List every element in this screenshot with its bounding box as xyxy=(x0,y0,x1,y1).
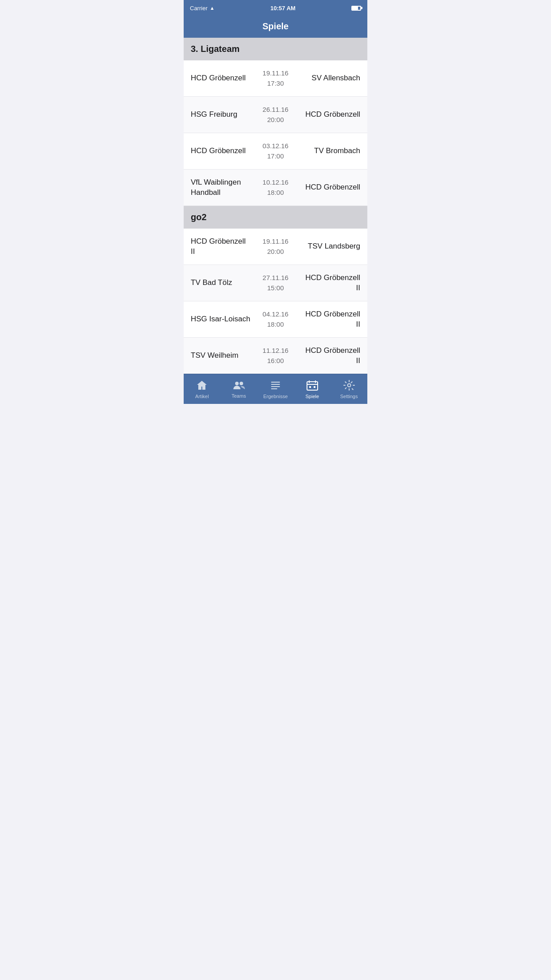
team-away: TSV Landsberg xyxy=(300,241,360,251)
tab-spiele-label: Spiele xyxy=(306,394,319,399)
status-bar-time: 10:57 AM xyxy=(271,5,296,12)
svg-rect-8 xyxy=(315,380,316,383)
team-home: HSG Freiburg xyxy=(191,110,251,119)
game-datetime: 03.12.1617:00 xyxy=(251,141,300,161)
team-away: HCD Gröbenzell xyxy=(300,182,360,192)
svg-rect-3 xyxy=(271,384,280,385)
status-bar: Carrier ▲ 10:57 AM xyxy=(184,0,367,16)
wifi-icon: ▲ xyxy=(210,5,215,11)
tab-bar: Artikel Teams Ergebnisse Spiele Settings xyxy=(184,374,367,404)
tab-artikel-label: Artikel xyxy=(195,394,209,399)
status-bar-left: Carrier ▲ xyxy=(190,5,215,12)
page-title: Spiele xyxy=(191,21,360,32)
team-away: TV Brombach xyxy=(300,146,360,156)
svg-rect-10 xyxy=(309,386,311,388)
svg-point-0 xyxy=(235,382,239,385)
svg-rect-2 xyxy=(271,382,280,383)
game-row[interactable]: HSG Isar-Loisach04.12.1618:00HCD Gröbenz… xyxy=(184,301,367,338)
svg-rect-6 xyxy=(307,382,318,390)
home-icon xyxy=(196,380,208,392)
team-away: HCD Gröbenzell II xyxy=(300,273,360,292)
game-row[interactable]: HCD Gröbenzell03.12.1617:00TV Brombach xyxy=(184,133,367,170)
game-row[interactable]: VfL Waiblingen Handball10.12.1618:00HCD … xyxy=(184,170,367,206)
game-row[interactable]: TV Bad Tölz27.11.1615:00HCD Gröbenzell I… xyxy=(184,265,367,301)
tab-ergebnisse[interactable]: Ergebnisse xyxy=(257,376,294,400)
status-bar-right xyxy=(351,6,361,11)
team-home: VfL Waiblingen Handball xyxy=(191,178,251,197)
svg-point-1 xyxy=(240,382,243,385)
tab-settings[interactable]: Settings xyxy=(331,376,367,400)
calendar-icon xyxy=(307,380,318,392)
tab-teams[interactable]: Teams xyxy=(220,377,257,399)
nav-header: Spiele xyxy=(184,16,367,38)
team-away: SV Allensbach xyxy=(300,73,360,83)
game-row[interactable]: HCD Gröbenzell19.11.1617:30SV Allensbach xyxy=(184,60,367,97)
team-away: HCD Gröbenzell xyxy=(300,110,360,119)
content-area: 3. LigateamHCD Gröbenzell19.11.1617:30SV… xyxy=(184,38,367,374)
battery-icon xyxy=(351,6,361,11)
game-row[interactable]: HCD Gröbenzell II19.11.1620:00TSV Landsb… xyxy=(184,229,367,265)
team-home: HCD Gröbenzell xyxy=(191,73,251,83)
game-row[interactable]: TSV Weilheim11.12.1616:00HCD Gröbenzell … xyxy=(184,338,367,374)
team-away: HCD Gröbenzell II xyxy=(300,309,360,329)
team-home: HCD Gröbenzell xyxy=(191,146,251,156)
section-header-go2: go2 xyxy=(184,206,367,229)
team-home: HSG Isar-Loisach xyxy=(191,314,251,324)
svg-point-12 xyxy=(347,384,350,387)
carrier-label: Carrier xyxy=(190,5,208,12)
tab-artikel[interactable]: Artikel xyxy=(184,376,220,400)
game-row[interactable]: HSG Freiburg26.11.1620:00HCD Gröbenzell xyxy=(184,97,367,133)
battery-fill xyxy=(352,7,358,10)
tab-spiele[interactable]: Spiele xyxy=(294,376,331,400)
game-datetime: 11.12.1616:00 xyxy=(251,346,300,366)
gear-icon xyxy=(343,380,355,392)
game-datetime: 19.11.1620:00 xyxy=(251,237,300,257)
game-datetime: 10.12.1618:00 xyxy=(251,178,300,198)
list-icon xyxy=(270,380,281,392)
tab-settings-label: Settings xyxy=(340,394,358,399)
team-home: HCD Gröbenzell II xyxy=(191,237,251,256)
tab-ergebnisse-label: Ergebnisse xyxy=(263,394,287,399)
team-home: TV Bad Tölz xyxy=(191,278,251,288)
section-header-liga3: 3. Ligateam xyxy=(184,38,367,60)
people-icon xyxy=(232,380,245,392)
tab-teams-label: Teams xyxy=(232,393,246,399)
game-datetime: 19.11.1617:30 xyxy=(251,68,300,88)
game-datetime: 04.12.1618:00 xyxy=(251,309,300,329)
team-away: HCD Gröbenzell II xyxy=(300,346,360,365)
team-home: TSV Weilheim xyxy=(191,351,251,360)
svg-rect-7 xyxy=(309,380,310,383)
svg-rect-4 xyxy=(271,386,280,387)
svg-rect-11 xyxy=(314,386,315,388)
svg-rect-5 xyxy=(271,388,277,389)
game-datetime: 27.11.1615:00 xyxy=(251,273,300,293)
game-datetime: 26.11.1620:00 xyxy=(251,105,300,125)
